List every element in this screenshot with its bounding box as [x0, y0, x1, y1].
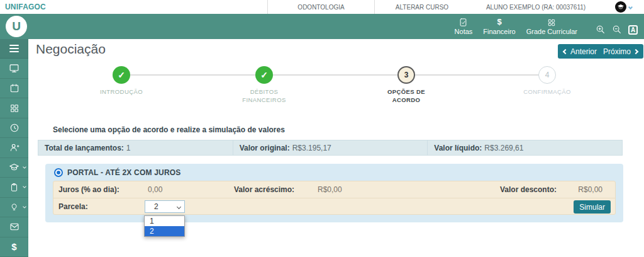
- chevron-down-icon: [23, 205, 26, 208]
- step-4-circle: 4: [538, 66, 556, 84]
- sidebar-item-apps[interactable]: [0, 98, 28, 118]
- summary-total-cell: Total de lançamentos: 1: [38, 140, 233, 155]
- nav-item-grade-curricular[interactable]: Grade Curricular: [526, 18, 577, 36]
- chevron-down-icon: [177, 205, 181, 209]
- summary-bar: Total de lançamentos: 1 Valor original: …: [38, 140, 623, 156]
- main-content: Negociação Anterior Próximo ✓ ✓ 3 4 INTR…: [28, 39, 644, 257]
- agreement-option-panel: PORTAL - ATÉ 2X COM JUROS Juros (% ao di…: [45, 164, 623, 222]
- summary-label: Valor original:: [240, 144, 290, 152]
- field-label: Valor acréscimo:: [234, 185, 294, 194]
- summary-label: Valor líquido:: [434, 144, 482, 152]
- sidebar-item-history[interactable]: [0, 118, 28, 138]
- step-3-circle[interactable]: 3: [397, 66, 415, 84]
- step-number: 4: [545, 71, 550, 79]
- screen: UNIFAGOC ODONTOLOGIA ALTERAR CURSO ALUNO…: [0, 0, 644, 257]
- parcela-label: Parcela:: [58, 202, 88, 211]
- nav-item-label: Grade Curricular: [526, 28, 577, 36]
- dollar-icon: $: [11, 241, 16, 252]
- graduation-cap-icon: [9, 162, 19, 173]
- step-number: 3: [404, 71, 409, 79]
- menu-icon: [9, 45, 19, 52]
- sidebar-item-menu[interactable]: [0, 39, 28, 59]
- monitor-icon: [9, 63, 19, 74]
- summary-value: R$3.195,17: [292, 144, 331, 152]
- option-fields: Juros (% ao dia): 0,00 Valor acréscimo: …: [53, 181, 616, 215]
- chevron-down-icon: [23, 165, 26, 169]
- sidebar-item-tasks[interactable]: [0, 178, 28, 197]
- font-size-icon[interactable]: A: [628, 25, 638, 35]
- step-2-circle[interactable]: ✓: [255, 66, 273, 84]
- nav-item-financeiro[interactable]: $ Financeiro: [483, 18, 515, 36]
- clock-icon: [9, 123, 19, 133]
- lightbulb-icon: [9, 202, 19, 212]
- user-menu[interactable]: [602, 0, 644, 14]
- field-label: Juros (% ao dia):: [58, 185, 119, 194]
- zoom-in-icon[interactable]: [596, 25, 606, 35]
- summary-label: Total de lançamentos:: [45, 144, 124, 152]
- sidebar-item-desktop[interactable]: [0, 59, 28, 78]
- summary-value: R$3.269,61: [484, 144, 523, 152]
- next-button-label: Próximo: [603, 47, 631, 56]
- topbar-right: ODONTOLOGIA ALTERAR CURSO ALUNO EXEMPLO …: [267, 0, 644, 14]
- add-user-icon: [9, 142, 19, 152]
- sidebar-item-academic[interactable]: [0, 158, 28, 178]
- calendar-icon: [9, 83, 19, 93]
- nav-item-notas[interactable]: Notas: [455, 18, 473, 36]
- stepper-connector: [121, 74, 547, 76]
- values-row: Juros (% ao dia): 0,00 Valor acréscimo: …: [53, 181, 615, 198]
- previous-button[interactable]: Anterior: [558, 44, 602, 59]
- chevron-down-icon: [628, 4, 632, 9]
- parcela-option-2[interactable]: 2: [145, 226, 184, 236]
- clipboard-icon: [9, 183, 19, 192]
- parcela-select[interactable]: 2: [145, 200, 185, 213]
- field-label: Valor desconto:: [500, 185, 557, 194]
- sidebar: $: [0, 39, 28, 257]
- parcela-row: Parcela: 2 Simular: [53, 198, 615, 214]
- simulate-button[interactable]: Simular: [574, 200, 611, 214]
- logo[interactable]: U: [6, 16, 27, 37]
- sidebar-item-inbox[interactable]: [0, 217, 28, 237]
- field-value: R$0,00: [578, 185, 602, 194]
- chevron-right-icon: [633, 49, 638, 54]
- parcela-selected-value: 2: [154, 202, 158, 211]
- brand-text: UNIFAGOC: [5, 3, 46, 11]
- field-value: R$0,00: [318, 185, 342, 194]
- nav-items: Notas $ Financeiro Grade Curricular: [455, 18, 644, 36]
- radio-selected-icon[interactable]: [54, 168, 63, 177]
- step-1-circle[interactable]: ✓: [113, 66, 130, 84]
- dollar-icon: $: [497, 18, 501, 27]
- sidebar-item-add-user[interactable]: [0, 138, 28, 157]
- summary-liquid-cell: Valor líquido: R$3.269,61: [427, 140, 622, 155]
- nav-item-label: Financeiro: [483, 28, 515, 36]
- zoom-out-icon[interactable]: [612, 25, 622, 35]
- student-label: ALUNO EXEMPLO (RA: 00037611): [469, 0, 602, 14]
- instruction-text: Selecione uma opção de acordo e realize …: [53, 125, 285, 134]
- sidebar-item-finance[interactable]: $: [0, 237, 28, 257]
- summary-value: 1: [126, 144, 131, 152]
- chevron-down-icon: [23, 185, 26, 189]
- graduation-cap-icon: [617, 3, 625, 11]
- parcela-option-1[interactable]: 1: [145, 216, 184, 226]
- nav-tools: A: [596, 25, 638, 35]
- check-icon: ✓: [118, 70, 125, 80]
- apps-grid-icon: [9, 103, 19, 113]
- agreement-option-radio-row[interactable]: PORTAL - ATÉ 2X COM JUROS: [54, 168, 181, 177]
- change-course-link[interactable]: ALTERAR CURSO: [374, 0, 469, 14]
- step-1-label: INTRODUÇÃO: [93, 88, 150, 96]
- page-title: Negociação: [36, 42, 106, 57]
- grid-icon: [547, 18, 556, 27]
- nav-item-label: Notas: [455, 28, 473, 36]
- chevron-left-icon: [563, 49, 568, 54]
- agreement-option-title: PORTAL - ATÉ 2X COM JUROS: [67, 168, 181, 177]
- notes-icon: [458, 18, 468, 27]
- top-bar: UNIFAGOC ODONTOLOGIA ALTERAR CURSO ALUNO…: [0, 0, 644, 14]
- sidebar-item-calendar[interactable]: [0, 79, 28, 98]
- mail-icon: [9, 222, 19, 232]
- next-button[interactable]: Próximo: [597, 44, 643, 59]
- step-2-label: DÉBITOS FINANCEIROS: [236, 88, 292, 105]
- nav-bar: U Notas $ Financeiro Grade Curricular: [0, 14, 644, 39]
- sidebar-item-ideas[interactable]: [0, 198, 28, 217]
- avatar: [615, 1, 626, 13]
- step-3-label: OPÇÕES DE ACORDO: [378, 88, 435, 105]
- step-4-label: CONFIRMAÇÃO: [519, 88, 575, 96]
